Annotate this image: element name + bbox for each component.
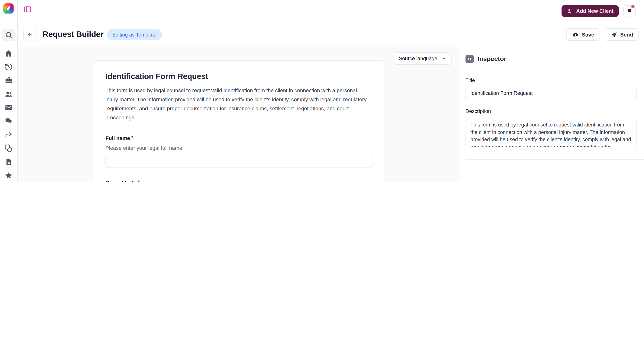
send-button[interactable]: Send: [605, 28, 639, 41]
source-language-dropdown[interactable]: Source language: [394, 52, 452, 65]
back-button[interactable]: [23, 28, 37, 42]
form-field-full-name: Full name* Please enter your legal full …: [106, 135, 372, 168]
topbar-divider: [36, 8, 36, 15]
page-header: Request Builder Editing as Template Save…: [17, 22, 644, 47]
forward-icon[interactable]: [5, 130, 13, 139]
form-field-date-of-birth: Date of birth* Please enter your date of…: [106, 179, 372, 182]
form-card: Identification Form Request This form is…: [93, 60, 385, 182]
notification-dot: [631, 5, 634, 8]
clients-icon[interactable]: [5, 90, 13, 98]
back-arrow-icon: [27, 32, 33, 38]
required-marker: *: [131, 135, 134, 141]
send-label: Send: [620, 32, 633, 38]
cloud-upload-icon: [572, 31, 579, 38]
topbar: Add New Client: [17, 0, 644, 22]
form-title: Identification Form Request: [106, 72, 372, 81]
search-icon: [5, 31, 13, 39]
feather-logo-icon: [5, 5, 12, 12]
panel-left-icon[interactable]: [23, 5, 32, 14]
save-label: Save: [582, 32, 594, 38]
chevron-down-icon: [441, 56, 446, 61]
save-button[interactable]: Save: [566, 28, 600, 41]
history-icon[interactable]: [5, 63, 13, 71]
home-icon[interactable]: [5, 49, 13, 58]
notifications-button[interactable]: [623, 5, 636, 17]
app-logo[interactable]: [4, 4, 14, 14]
sidebar-item-search[interactable]: [2, 28, 15, 42]
code-icon: [465, 55, 474, 63]
form-description: This form is used by legal counsel to re…: [106, 86, 369, 122]
bell-icon: [626, 8, 633, 14]
required-marker: *: [138, 179, 140, 182]
add-new-client-button[interactable]: Add New Client: [561, 5, 619, 17]
editing-mode-badge: Editing as Template: [107, 29, 162, 40]
inspector-header: Inspector: [465, 55, 506, 63]
field-label: Full name: [106, 135, 130, 141]
messages-icon[interactable]: [5, 117, 13, 125]
title-field-label: Title: [465, 78, 475, 83]
page-title: Request Builder: [43, 30, 104, 39]
user-plus-icon: [567, 8, 573, 14]
favorites-icon[interactable]: [5, 171, 13, 180]
document-icon[interactable]: [5, 158, 13, 166]
send-icon: [610, 31, 617, 38]
inspector-heading: Inspector: [477, 55, 506, 63]
inspector-description-textarea[interactable]: This form is used by legal counsel to re…: [465, 118, 637, 147]
builder-canvas: Source language Identification Form Requ…: [17, 47, 459, 182]
stethoscope-icon[interactable]: [5, 144, 13, 152]
app-window: J Add New Client: [0, 0, 644, 182]
mail-icon[interactable]: [5, 104, 13, 112]
briefcase-icon[interactable]: [5, 76, 13, 85]
sidebar-nav: [0, 28, 17, 182]
full-name-input[interactable]: [106, 155, 372, 168]
sidebar: J: [0, 0, 18, 182]
inspector-title-input[interactable]: [465, 87, 637, 100]
add-new-client-label: Add New Client: [576, 8, 613, 14]
field-helper: Please enter your legal full name.: [106, 145, 372, 151]
inspector-panel: Inspector Title Description This form is…: [459, 47, 644, 182]
description-field-label: Description: [465, 108, 491, 114]
field-label: Date of birth: [106, 180, 137, 182]
inspector-divider: [465, 159, 644, 160]
